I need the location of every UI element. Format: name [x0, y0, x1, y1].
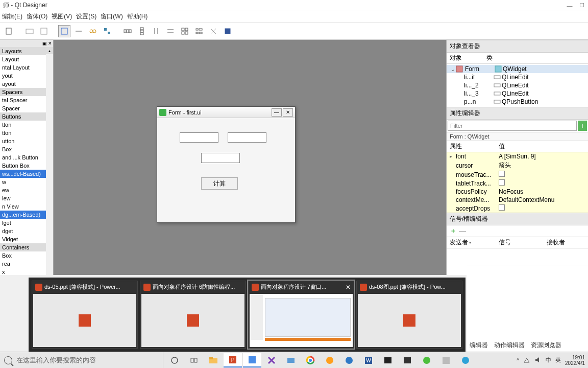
taskbar-preview[interactable]: 面向对象程序设计 6防御性编程... [140, 281, 246, 349]
taskbar-preview[interactable]: 面向对象程序设计 7窗口...✕ [248, 281, 354, 349]
edit-signals-button[interactable] [72, 25, 85, 37]
object-tree-row[interactable]: ⌄FormQWidget [447, 65, 588, 73]
chrome-button[interactable] [301, 353, 320, 367]
powerpoint-button[interactable]: P [224, 353, 242, 367]
line-edit-2[interactable] [228, 132, 266, 143]
layout-form-button[interactable] [193, 25, 205, 37]
widget-item[interactable]: lget [0, 219, 53, 227]
line-edit-1[interactable] [180, 132, 218, 143]
cortana-button[interactable] [165, 353, 184, 367]
menu-view[interactable]: 视图(V) [52, 12, 72, 21]
object-tree-row[interactable]: li...itQLineEdit [447, 73, 588, 81]
widget-category[interactable]: Layouts [0, 47, 53, 55]
checkbox[interactable] [499, 179, 505, 186]
property-table[interactable]: ▸fontA [SimSun, 9]cursor箭头mouseTrac...ta… [447, 152, 588, 213]
widget-item[interactable]: Box [0, 251, 53, 260]
property-row[interactable]: cursor箭头 [447, 160, 588, 170]
edit-tab-order-button[interactable] [101, 25, 113, 37]
adjust-size-button[interactable] [222, 25, 234, 37]
add-property-button[interactable]: + [578, 121, 587, 131]
app-button-3[interactable] [321, 353, 339, 367]
menu-form[interactable]: 窗体(O) [27, 12, 47, 21]
tray-ime[interactable]: 中 [546, 356, 551, 364]
widget-item[interactable]: ntal Layout [0, 63, 53, 72]
save-button[interactable] [38, 25, 50, 37]
property-row[interactable]: mouseTrac... [447, 170, 588, 179]
form-titlebar[interactable]: Form - first.ui — ✕ [157, 107, 295, 118]
app-button-6[interactable] [456, 353, 475, 367]
terminal-button[interactable] [379, 353, 397, 367]
widget-category[interactable]: Containers [0, 243, 53, 251]
form-minimize-button[interactable]: — [272, 108, 282, 117]
widget-item[interactable]: yout [0, 72, 53, 80]
tab-resource-browser[interactable]: 资源浏览器 [531, 339, 561, 352]
widget-item[interactable]: iew [0, 194, 53, 202]
preview-close-button[interactable]: ✕ [346, 284, 351, 291]
widget-item[interactable]: Spacer [0, 104, 53, 112]
layout-horizontal-button[interactable] [121, 25, 134, 37]
tray-volume-icon[interactable] [534, 356, 542, 364]
checkbox[interactable] [499, 204, 505, 211]
layout-grid-button[interactable] [179, 25, 191, 37]
taskbar-preview[interactable]: ds-05.ppt [兼容模式] - Power... [32, 281, 138, 349]
maximize-button[interactable]: ☐ [576, 1, 588, 11]
property-filter-input[interactable] [448, 121, 577, 131]
widget-category[interactable]: ws...del-Based) [0, 170, 53, 178]
edit-buddies-button[interactable] [87, 25, 99, 37]
object-tree-row[interactable]: li..._2QLineEdit [447, 81, 588, 89]
widget-item[interactable]: Button Box [0, 162, 53, 170]
scroll-up-icon[interactable]: ▴ [46, 47, 53, 54]
widget-item[interactable]: tton [0, 121, 53, 129]
chevron-down-icon[interactable]: ▾ [469, 240, 471, 245]
widget-category[interactable]: dg...em-Based) [0, 211, 53, 219]
property-row[interactable]: focusPolicyNoFocus [447, 188, 588, 196]
tray-lang[interactable]: 英 [555, 356, 561, 364]
visual-studio-button[interactable] [262, 353, 281, 367]
widget-item[interactable]: ayout [0, 80, 53, 88]
widgetbox-scrollbar[interactable]: ▴ [46, 47, 53, 275]
widget-item[interactable]: utton [0, 137, 53, 145]
wechat-button[interactable] [418, 353, 436, 367]
widget-item[interactable]: Layout [0, 55, 53, 63]
menu-settings[interactable]: 设置(S) [76, 12, 96, 21]
remove-signal-button[interactable]: — [459, 226, 466, 236]
layout-vsplitter-button[interactable] [164, 25, 177, 37]
add-signal-button[interactable]: ＋ [450, 226, 457, 236]
form-body[interactable]: 计算 [157, 118, 295, 222]
form-close-button[interactable]: ✕ [283, 108, 293, 117]
object-tree-row[interactable]: p...nQPushButton [447, 98, 588, 106]
widget-category[interactable]: Spacers [0, 88, 53, 96]
widget-item[interactable]: ew [0, 186, 53, 194]
widget-item[interactable]: n View [0, 202, 53, 211]
property-row[interactable]: ▸fontA [SimSun, 9] [447, 152, 588, 160]
widget-item[interactable]: tal Spacer [0, 96, 53, 104]
menu-window[interactable]: 窗口(W) [101, 12, 122, 21]
tab-signal-editor[interactable]: 编辑器 [470, 339, 488, 352]
app-button-4[interactable] [398, 353, 416, 367]
calculate-button[interactable]: 计算 [201, 177, 238, 190]
property-row[interactable]: contextMe...DefaultContextMenu [447, 196, 588, 204]
tray-chevron-up-icon[interactable]: ^ [517, 357, 519, 363]
widget-item[interactable]: x [0, 268, 53, 275]
widget-item[interactable]: tton [0, 129, 53, 137]
tray-network-icon[interactable] [523, 356, 530, 364]
widget-item[interactable]: and ...k Button [0, 153, 53, 162]
menu-edit[interactable]: 编辑(E) [2, 12, 22, 21]
layout-vertical-button[interactable] [136, 25, 148, 37]
widgetbox-float-icon[interactable]: ▣ [42, 41, 47, 46]
widget-item[interactable]: rea [0, 260, 53, 268]
widget-category[interactable]: Buttons [0, 112, 53, 121]
edge-button[interactable] [340, 353, 358, 367]
minimize-button[interactable]: — [564, 1, 576, 11]
edit-widgets-button[interactable] [58, 25, 70, 37]
open-button[interactable] [23, 25, 36, 37]
widgetbox-close-icon[interactable]: ✕ [48, 41, 52, 46]
word-button[interactable]: W [359, 353, 378, 367]
widget-item[interactable]: w [0, 178, 53, 186]
design-canvas[interactable]: Form - first.ui — ✕ 计算 [54, 40, 446, 275]
task-view-button[interactable] [185, 353, 203, 367]
form-window[interactable]: Form - first.ui — ✕ 计算 [157, 106, 296, 223]
property-row[interactable]: tabletTrack... [447, 179, 588, 188]
break-layout-button[interactable] [207, 25, 219, 37]
app-button-1[interactable] [243, 353, 261, 367]
